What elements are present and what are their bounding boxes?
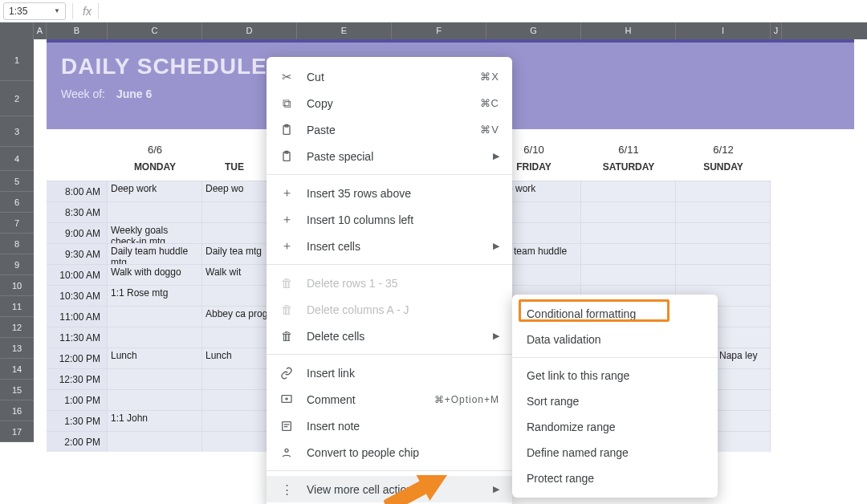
- schedule-cell[interactable]: 1:1 Rose mtg: [108, 285, 202, 306]
- row-11[interactable]: 11: [0, 296, 34, 317]
- time-cell[interactable]: 10:30 AM: [47, 285, 108, 306]
- time-cell[interactable]: 9:30 AM: [47, 243, 108, 264]
- schedule-cell[interactable]: [676, 243, 771, 264]
- schedule-cell[interactable]: [581, 264, 676, 285]
- schedule-cell[interactable]: [581, 243, 676, 264]
- schedule-cell[interactable]: Daily team huddle mtg: [108, 243, 202, 264]
- col-F[interactable]: F: [392, 22, 486, 39]
- time-cell[interactable]: 9:00 AM: [47, 222, 108, 243]
- time-cell[interactable]: 2:00 PM: [47, 431, 108, 452]
- row-1[interactable]: 1: [0, 39, 34, 81]
- row-7[interactable]: 7: [0, 213, 34, 234]
- fx-label: fx: [83, 5, 92, 18]
- row-10[interactable]: 10: [0, 275, 34, 296]
- schedule-cell[interactable]: [108, 327, 202, 348]
- plus-icon: ＋: [278, 238, 295, 255]
- menu-insert-link[interactable]: Insert link: [267, 360, 512, 386]
- col-J[interactable]: J: [771, 22, 782, 39]
- col-H[interactable]: H: [581, 22, 676, 39]
- col-G[interactable]: G: [486, 22, 581, 39]
- row-15[interactable]: 15: [0, 380, 34, 400]
- row-2[interactable]: 2: [0, 81, 34, 116]
- time-cell[interactable]: 1:00 PM: [47, 389, 108, 410]
- sub-define-named-range[interactable]: Define named range: [512, 440, 718, 465]
- name-box[interactable]: 1:35 ▼: [3, 2, 66, 20]
- divider: [267, 470, 512, 471]
- schedule-cell[interactable]: [676, 201, 771, 222]
- row-headers: 1 2 3 4 5 6 7 8 9 10 11 12 13 14 15 16 1…: [0, 39, 34, 442]
- col-E[interactable]: E: [297, 22, 392, 39]
- menu-insert-rows[interactable]: ＋ Insert 35 rows above: [267, 180, 512, 206]
- schedule-cell[interactable]: [581, 222, 676, 243]
- row-17[interactable]: 17: [0, 421, 34, 442]
- row-12[interactable]: 12: [0, 317, 34, 338]
- schedule-cell[interactable]: [108, 368, 202, 389]
- schedule-cell[interactable]: [676, 181, 771, 201]
- grid[interactable]: DAILY SCHEDULE Week of: June 6 6/6 6/10 …: [34, 39, 867, 442]
- schedule-cell[interactable]: 1:1 John: [108, 410, 202, 431]
- schedule-cell[interactable]: [676, 222, 771, 243]
- schedule-cell[interactable]: [108, 306, 202, 327]
- sub-data-validation[interactable]: Data validation: [512, 327, 718, 352]
- schedule-cell[interactable]: [108, 389, 202, 410]
- col-I[interactable]: I: [676, 22, 771, 39]
- schedule-cell[interactable]: [581, 181, 676, 201]
- time-cell[interactable]: 1:30 PM: [47, 410, 108, 431]
- menu-cut[interactable]: ✂ Cut ⌘X: [267, 63, 512, 90]
- copy-icon: ⧉: [278, 95, 295, 112]
- row-6[interactable]: 6: [0, 192, 34, 213]
- time-cell[interactable]: 11:30 AM: [47, 327, 108, 348]
- col-C[interactable]: C: [108, 22, 202, 39]
- row-5[interactable]: 5: [0, 171, 34, 192]
- time-cell[interactable]: 11:00 AM: [47, 306, 108, 327]
- chevron-right-icon: ▶: [493, 241, 499, 251]
- date-mon: 6/6: [108, 144, 202, 156]
- schedule-cell[interactable]: Weekly goals check-in mtg: [108, 222, 202, 243]
- context-menu: ✂ Cut ⌘X ⧉ Copy ⌘C Paste ⌘V Paste sp: [267, 57, 512, 504]
- menu-comment[interactable]: Comment ⌘+Option+M: [267, 386, 512, 413]
- menu-insert-cells[interactable]: ＋ Insert cells ▶: [267, 233, 512, 259]
- menu-insert-note[interactable]: Insert note: [267, 413, 512, 439]
- schedule-cell[interactable]: [676, 264, 771, 285]
- sub-get-link[interactable]: Get link to this range: [512, 363, 718, 388]
- col-D[interactable]: D: [202, 22, 297, 39]
- menu-paste[interactable]: Paste ⌘V: [267, 116, 512, 143]
- col-A[interactable]: A: [34, 22, 47, 39]
- row-4[interactable]: 4: [0, 147, 34, 171]
- menu-people-chip[interactable]: Convert to people chip: [267, 439, 512, 465]
- day-sat: SATURDAY: [581, 161, 676, 173]
- schedule-cell[interactable]: [108, 201, 202, 222]
- plus-icon: ＋: [278, 185, 295, 202]
- formula-bar: 1:35 ▼ fx: [0, 0, 867, 22]
- menu-insert-cols[interactable]: ＋ Insert 10 columns left: [267, 206, 512, 233]
- time-cell[interactable]: 12:30 PM: [47, 368, 108, 389]
- sub-sort-range[interactable]: Sort range: [512, 388, 718, 414]
- time-cell[interactable]: 12:00 PM: [47, 348, 108, 368]
- sub-randomize-range[interactable]: Randomize range: [512, 414, 718, 440]
- trash-icon: 🗑: [278, 301, 295, 319]
- schedule-cell[interactable]: Deep work: [108, 181, 202, 201]
- row-16[interactable]: 16: [0, 400, 34, 421]
- time-cell[interactable]: 10:00 AM: [47, 264, 108, 285]
- annotation-arrow: [384, 489, 430, 503]
- row-3[interactable]: 3: [0, 116, 34, 147]
- col-B[interactable]: B: [47, 22, 108, 39]
- menu-copy[interactable]: ⧉ Copy ⌘C: [267, 90, 512, 116]
- schedule-cell[interactable]: Walk with doggo: [108, 264, 202, 285]
- row-14[interactable]: 14: [0, 359, 34, 380]
- menu-delete-cols: 🗑 Delete columns A - J: [267, 296, 512, 323]
- menu-paste-special[interactable]: Paste special ▶: [267, 143, 512, 169]
- time-cell[interactable]: 8:00 AM: [47, 181, 108, 201]
- time-cell[interactable]: 8:30 AM: [47, 201, 108, 222]
- row-9[interactable]: 9: [0, 254, 34, 275]
- select-all-corner[interactable]: [0, 22, 34, 39]
- sub-protect-range[interactable]: Protect range: [512, 465, 718, 491]
- row-8[interactable]: 8: [0, 234, 34, 254]
- schedule-cell[interactable]: [108, 431, 202, 452]
- schedule-cell[interactable]: [581, 201, 676, 222]
- clipboard-icon: [278, 148, 295, 165]
- chevron-right-icon: ▶: [493, 151, 499, 161]
- menu-delete-cells[interactable]: 🗑 Delete cells ▶: [267, 323, 512, 349]
- row-13[interactable]: 13: [0, 338, 34, 359]
- schedule-cell[interactable]: Lunch: [108, 348, 202, 368]
